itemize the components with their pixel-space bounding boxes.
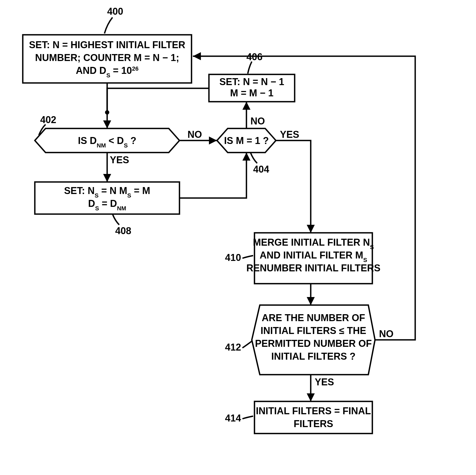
ref-414: 414	[225, 413, 241, 424]
flowchart: SET: N = HIGHEST INITIAL FILTER NUMBER; …	[0, 0, 476, 475]
svg-marker-0	[103, 120, 111, 128]
label-404-yes: YES	[280, 129, 299, 140]
block-406-line1: SET: N = N − 1	[219, 76, 284, 87]
block-400-line1: SET: N = HIGHEST INITIAL FILTER	[29, 39, 185, 50]
label-412-yes: YES	[315, 377, 334, 387]
svg-marker-8	[307, 393, 315, 401]
svg-marker-4	[242, 102, 250, 110]
ref-404: 404	[253, 164, 269, 175]
ref-412: 412	[225, 342, 241, 353]
block-410-line3: RENUMBER INITIAL FILTERS	[246, 263, 381, 273]
block-412-line2: INITIAL FILTERS ≤ THE	[261, 325, 366, 336]
label-404-no: NO	[250, 116, 265, 127]
svg-marker-1	[103, 174, 111, 182]
svg-marker-9	[193, 52, 201, 60]
label-402-yes: YES	[110, 154, 129, 165]
block-412-line1: ARE THE NUMBER OF	[262, 312, 365, 323]
block-406-line2: M = M − 1	[230, 88, 273, 98]
ref-402: 402	[40, 114, 56, 125]
label-412-no: NO	[379, 328, 393, 339]
svg-marker-3	[242, 153, 250, 161]
ref-408: 408	[115, 225, 131, 236]
block-414-line2: FILTERS	[294, 418, 333, 429]
svg-marker-2	[209, 136, 217, 145]
block-404-text: IS M = 1 ?	[224, 135, 269, 146]
block-414-line1: INITIAL FILTERS = FINAL	[256, 405, 371, 416]
ref-400: 400	[107, 6, 123, 17]
svg-marker-7	[307, 297, 315, 305]
block-412-line3: PERMITTED NUMBER OF	[255, 338, 372, 349]
svg-point-5	[105, 110, 109, 115]
block-412-line4: INITIAL FILTERS ?	[271, 351, 356, 362]
block-400-line2: NUMBER; COUNTER M = N − 1;	[35, 52, 179, 63]
ref-406: 406	[246, 51, 263, 62]
svg-marker-6	[307, 225, 315, 233]
label-402-no: NO	[188, 129, 202, 140]
ref-410: 410	[225, 252, 241, 263]
